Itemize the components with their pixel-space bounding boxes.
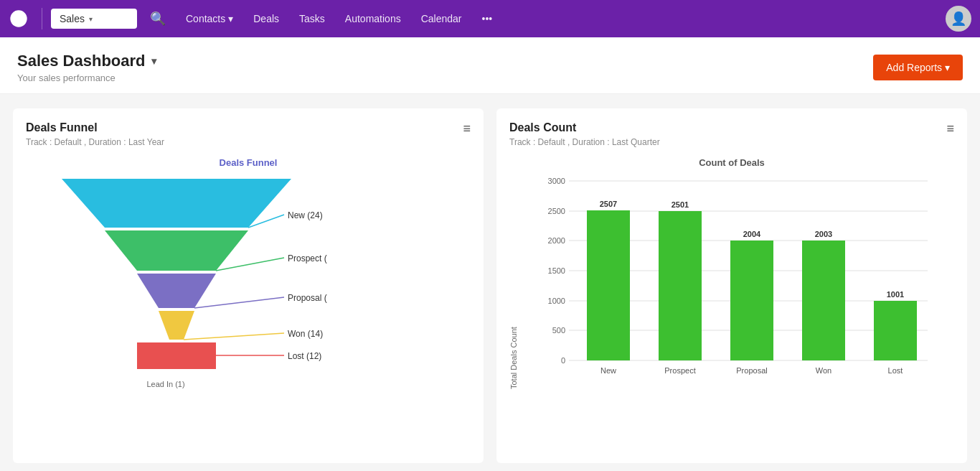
deals-count-subtitle: Track : Default , Duration : Last Quarte… — [509, 137, 954, 147]
deals-count-card: Deals Count Track : Default , Duration :… — [496, 108, 967, 463]
nav-contacts[interactable]: Contacts ▾ — [179, 9, 240, 29]
y-axis-label: Total Deals Count — [509, 174, 518, 389]
bar-chart-title: Count of Deals — [509, 157, 954, 168]
nav-deals-label: Deals — [253, 13, 279, 24]
bar-won[interactable] — [802, 241, 845, 360]
page-title: Sales Dashboard ▾ — [17, 52, 156, 70]
main-content: Deals Funnel Track : Default , Duration … — [0, 94, 980, 471]
svg-text:Prospect: Prospect — [664, 366, 695, 375]
nav-tasks-label: Tasks — [299, 13, 325, 24]
app-logo — [9, 9, 29, 29]
top-nav: Sales ▾ 🔍 Contacts ▾ Deals Tasks Automat… — [0, 0, 980, 37]
svg-text:1500: 1500 — [548, 266, 565, 275]
chart-wrapper: Total Deals Count 3000 2500 2000 1500 — [509, 174, 954, 389]
funnel-chart-title: Deals Funnel — [26, 157, 471, 168]
svg-text:500: 500 — [552, 326, 565, 335]
app-selector-chevron: ▾ — [89, 15, 93, 23]
page-title-group: Sales Dashboard ▾ Your sales performance — [17, 52, 156, 83]
svg-text:0: 0 — [561, 356, 565, 365]
nav-deals[interactable]: Deals — [246, 9, 286, 29]
app-selector-label: Sales — [60, 13, 85, 24]
nav-automations-label: Automations — [345, 13, 401, 24]
nav-contacts-label: Contacts — [186, 13, 225, 24]
svg-text:2501: 2501 — [672, 200, 689, 209]
svg-text:2000: 2000 — [548, 236, 565, 245]
svg-line-11 — [184, 333, 284, 340]
deals-count-title: Deals Count — [509, 121, 954, 134]
chart-body: 3000 2500 2000 1500 1000 500 0 2507 — [528, 174, 954, 389]
deals-count-menu-icon[interactable]: ≡ — [946, 121, 954, 136]
svg-marker-10 — [159, 311, 194, 340]
bar-prospect[interactable] — [659, 211, 702, 360]
svg-text:1000: 1000 — [548, 297, 565, 305]
user-avatar[interactable]: 👤 — [946, 6, 971, 32]
page-title-text: Sales Dashboard — [17, 52, 146, 70]
svg-point-0 — [10, 10, 27, 27]
svg-marker-7 — [137, 274, 216, 308]
svg-line-5 — [216, 258, 284, 271]
svg-text:Lost: Lost — [888, 366, 903, 375]
nav-more-label: ••• — [482, 13, 493, 24]
svg-text:Proposal: Proposal — [736, 366, 767, 375]
svg-text:New: New — [600, 366, 616, 375]
svg-text:Won (14): Won (14) — [288, 329, 323, 339]
svg-text:Lost (12): Lost (12) — [288, 351, 321, 361]
svg-text:2500: 2500 — [548, 207, 565, 215]
svg-marker-4 — [105, 230, 248, 271]
nav-calendar-label: Calendar — [421, 13, 462, 24]
svg-text:2004: 2004 — [743, 230, 761, 238]
bar-lost[interactable] — [874, 301, 917, 360]
nav-automations[interactable]: Automations — [338, 9, 408, 29]
deals-funnel-title: Deals Funnel — [26, 121, 471, 134]
bar-chart-svg: 3000 2500 2000 1500 1000 500 0 2507 — [528, 174, 954, 389]
nav-more[interactable]: ••• — [475, 9, 500, 29]
bar-new[interactable] — [587, 210, 630, 360]
svg-text:1001: 1001 — [887, 290, 904, 299]
deals-funnel-subtitle: Track : Default , Duration : Last Year — [26, 137, 471, 147]
svg-text:Lead In (1): Lead In (1) — [146, 380, 184, 388]
search-icon[interactable]: 🔍 — [150, 11, 166, 27]
nav-calendar[interactable]: Calendar — [414, 9, 469, 29]
svg-text:New (24): New (24) — [288, 210, 323, 220]
svg-text:Proposal (14): Proposal (14) — [288, 293, 327, 303]
svg-text:3000: 3000 — [548, 177, 565, 185]
svg-text:2003: 2003 — [815, 230, 832, 238]
bar-proposal[interactable] — [730, 241, 773, 360]
page-subtitle: Your sales performance — [17, 73, 156, 83]
page-title-chevron[interactable]: ▾ — [151, 55, 156, 67]
svg-text:2507: 2507 — [600, 200, 617, 208]
page-header: Sales Dashboard ▾ Your sales performance… — [0, 37, 980, 94]
add-reports-button[interactable]: Add Reports ▾ — [873, 55, 963, 80]
funnel-wrapper: New (24) Prospect (10) Proposal (14) Won… — [26, 175, 471, 405]
nav-contacts-chevron: ▾ — [228, 13, 233, 24]
svg-marker-1 — [62, 179, 291, 228]
svg-marker-13 — [137, 342, 216, 369]
svg-line-8 — [194, 297, 284, 308]
add-reports-label: Add Reports ▾ — [886, 62, 950, 73]
deals-funnel-card: Deals Funnel Track : Default , Duration … — [13, 108, 484, 463]
svg-text:Won: Won — [816, 366, 831, 375]
svg-text:Prospect (10): Prospect (10) — [288, 253, 327, 264]
nav-divider — [42, 8, 42, 29]
app-selector-dropdown[interactable]: Sales ▾ — [51, 9, 137, 29]
deals-funnel-menu-icon[interactable]: ≡ — [463, 121, 471, 136]
nav-tasks[interactable]: Tasks — [292, 9, 332, 29]
funnel-svg: New (24) Prospect (10) Proposal (14) Won… — [26, 175, 327, 405]
